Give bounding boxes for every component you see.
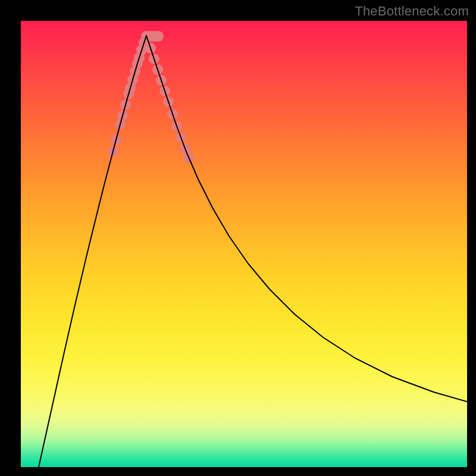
datapoint	[153, 31, 164, 42]
plot-area	[21, 21, 467, 467]
watermark-text: TheBottleneck.com	[355, 4, 469, 19]
left-curve	[39, 36, 146, 467]
chart-svg	[21, 21, 467, 467]
right-curve	[146, 36, 467, 402]
chart-frame: TheBottleneck.com	[0, 0, 476, 476]
